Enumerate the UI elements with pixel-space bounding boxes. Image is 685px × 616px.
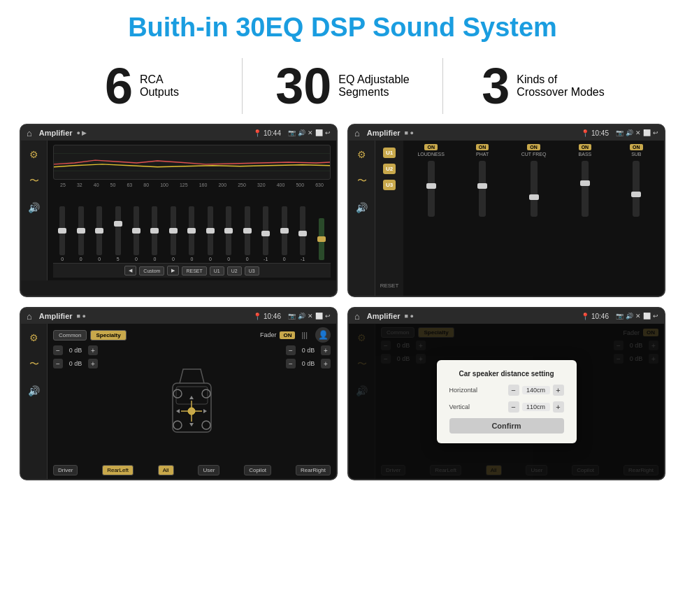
amp2-speaker-icon[interactable]: 🔊: [354, 199, 370, 216]
eq-slider-10[interactable]: 0: [226, 206, 231, 262]
eq-slider-5[interactable]: 0: [134, 206, 139, 262]
eq-slider-4[interactable]: 5: [115, 206, 121, 262]
dialog-box: Car speaker distance setting Horizontal …: [437, 360, 577, 443]
amp2-reset-label[interactable]: RESET: [380, 282, 399, 289]
eq-slider-14[interactable]: -1: [300, 206, 305, 262]
eq-slider-12[interactable]: -1: [263, 206, 268, 262]
svg-marker-14: [189, 396, 194, 399]
dialog-overlay: Car speaker distance setting Horizontal …: [349, 324, 664, 479]
stat-rca-label: RCA Outputs: [140, 73, 179, 99]
eq-slider-13[interactable]: 0: [282, 206, 287, 262]
eq-prev-button[interactable]: ◀: [124, 266, 136, 275]
eq-u3-button[interactable]: U3: [245, 266, 259, 275]
dialog-horizontal-minus[interactable]: −: [508, 385, 519, 396]
svg-point-11: [202, 389, 210, 398]
eq-wave-icon[interactable]: 〜: [26, 173, 43, 189]
eq-custom-button[interactable]: Custom: [139, 266, 164, 275]
dialog-home-icon[interactable]: ⌂: [354, 311, 360, 322]
amp2-sub-slider[interactable]: [633, 161, 640, 217]
stat-eq-number: 30: [275, 61, 331, 111]
eq-next-button[interactable]: ▶: [167, 266, 179, 275]
fader-on-badge[interactable]: ON: [280, 331, 295, 339]
fader-rearright-button[interactable]: RearRight: [296, 465, 331, 475]
amp2-phat-slider[interactable]: [479, 161, 486, 217]
fader-plus-1[interactable]: +: [88, 345, 98, 355]
fader-all-button[interactable]: All: [158, 465, 174, 475]
eq-reset-button[interactable]: RESET: [182, 266, 206, 275]
dialog-vertical-value: 110cm: [522, 403, 550, 411]
fader-copilot-button[interactable]: Copilot: [244, 465, 271, 475]
amp2-bass-on[interactable]: ON: [579, 144, 592, 150]
fader-db-val-1: 0 dB: [66, 347, 85, 354]
amp2-loudness-on[interactable]: ON: [424, 144, 438, 150]
eq-slider-8[interactable]: 0: [189, 206, 194, 262]
amp2-u3-preset[interactable]: U3: [383, 180, 396, 190]
amp2-bass-slider[interactable]: [582, 161, 589, 217]
fader-dots: ■ ●: [77, 313, 86, 320]
amp2-wave-icon[interactable]: 〜: [354, 173, 370, 189]
fader-sidebar: ⚙ 〜 🔊: [21, 324, 48, 479]
eq-filter-icon[interactable]: ⚙: [26, 146, 43, 163]
amp2-u2-preset[interactable]: U2: [383, 164, 396, 174]
eq-slider-9[interactable]: 0: [208, 206, 213, 262]
amp2-home-icon[interactable]: ⌂: [354, 128, 360, 138]
amp2-sidebar: ⚙ 〜 🔊: [349, 141, 375, 296]
amp2-filter-icon[interactable]: ⚙: [354, 146, 370, 163]
fader-minus-3[interactable]: −: [286, 345, 296, 355]
amp2-sub-on[interactable]: ON: [630, 144, 643, 150]
eq-slider-6[interactable]: 0: [152, 206, 157, 262]
eq-status-icons: 📷 🔊 ✕ ⬜ ↩: [288, 129, 331, 136]
fader-speaker-icon[interactable]: 🔊: [26, 382, 43, 399]
home-icon[interactable]: ⌂: [27, 128, 32, 138]
amp2-u1-preset[interactable]: U1: [383, 148, 396, 158]
stat-crossover-number: 3: [482, 61, 510, 111]
amp2-cutfreq-slider[interactable]: [531, 161, 538, 217]
eq-app-title: Amplifier: [39, 129, 73, 137]
confirm-button[interactable]: Confirm: [449, 418, 564, 434]
fader-plus-2[interactable]: +: [88, 359, 98, 368]
amp2-loudness-slider[interactable]: [428, 161, 435, 217]
fader-filter-icon[interactable]: ⚙: [26, 329, 43, 346]
fader-minus-2[interactable]: −: [53, 359, 63, 368]
dialog-vertical-minus[interactable]: −: [508, 401, 519, 413]
eq-bottom-bar: ◀ Custom ▶ RESET U1 U2 U3: [53, 263, 331, 278]
fader-minus-1[interactable]: −: [53, 345, 63, 355]
eq-content: ⚙ 〜 🔊: [21, 141, 336, 280]
fader-wave-icon[interactable]: 〜: [26, 356, 43, 373]
fader-minus-4[interactable]: −: [286, 359, 296, 368]
amp2-phat-on[interactable]: ON: [476, 144, 489, 150]
fader-db-row-4: − 0 dB +: [286, 359, 331, 368]
eq-slider-15[interactable]: [319, 218, 324, 262]
fader-plus-4[interactable]: +: [321, 359, 331, 368]
eq-slider-7[interactable]: 0: [171, 206, 176, 262]
eq-slider-1[interactable]: 0: [59, 206, 65, 262]
fader-user-button[interactable]: User: [198, 465, 219, 475]
stat-rca: 6 RCA Outputs: [42, 61, 242, 111]
dialog-horizontal-row: Horizontal − 140cm +: [449, 385, 564, 396]
eq-slider-11[interactable]: 0: [245, 206, 250, 262]
tab-specialty[interactable]: Specialty: [90, 330, 126, 341]
page-title: Buith-in 30EQ DSP Sound System: [0, 0, 685, 51]
fader-plus-3[interactable]: +: [321, 345, 331, 355]
amp2-dots: ■ ●: [405, 129, 414, 136]
amp2-ch-loudness: ON LOUDNESS: [406, 144, 456, 292]
eq-speaker-icon[interactable]: 🔊: [26, 199, 43, 216]
dialog-horizontal-plus[interactable]: +: [553, 385, 564, 396]
eq-curve: [53, 145, 331, 180]
dialog-vertical-plus[interactable]: +: [553, 401, 564, 413]
fader-rearleft-button[interactable]: RearLeft: [102, 465, 134, 475]
eq-u1-button[interactable]: U1: [210, 266, 224, 275]
amp2-cutfreq-on[interactable]: ON: [527, 144, 540, 150]
eq-slider-3[interactable]: 0: [96, 206, 102, 262]
eq-slider-2[interactable]: 0: [78, 206, 84, 262]
fader-profile-icon[interactable]: 👤: [315, 327, 331, 343]
tab-common[interactable]: Common: [53, 330, 87, 341]
svg-marker-15: [189, 423, 194, 427]
fader-tabs-row: Common Specialty Fader ON ||| 👤: [53, 327, 331, 343]
eq-u2-button[interactable]: U2: [227, 266, 242, 275]
fader-screen: ⌂ Amplifier ■ ● 📍 10:46 📷 🔊 ✕ ⬜ ↩ ⚙ 〜 🔊: [20, 307, 338, 480]
fader-driver-button[interactable]: Driver: [53, 465, 78, 475]
fader-home-icon[interactable]: ⌂: [27, 311, 32, 322]
eq-status-bar: ⌂ Amplifier ● ▶ 📍 10:44 📷 🔊 ✕ ⬜ ↩: [21, 125, 336, 141]
eq-time: 📍 10:44: [253, 129, 281, 137]
